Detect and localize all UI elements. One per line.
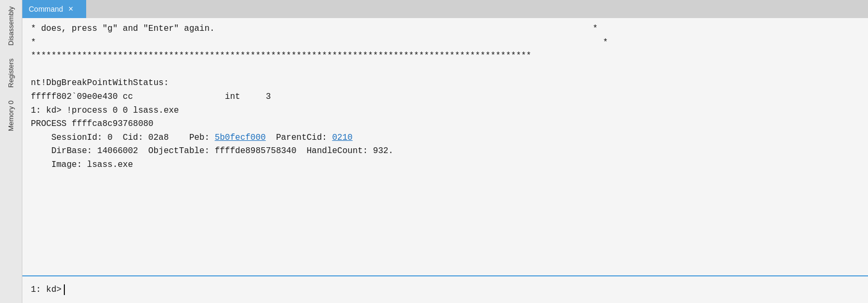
input-bar[interactable]: 1: kd> [22, 275, 868, 303]
parentcid-link[interactable]: 0210 [332, 133, 353, 142]
input-cursor [64, 284, 65, 295]
line-7: 1: kd> !process 0 0 lsass.exe [31, 104, 859, 118]
tab-title: Command [29, 5, 63, 13]
sidebar: Disassembly Registers Memory 0 [0, 0, 22, 303]
line-3: ****************************************… [31, 49, 859, 63]
line-10: DirBase: 14066002 ObjectTable: ffffde898… [31, 145, 859, 158]
main-area: Command × * does, press "g" and "Enter" … [22, 0, 868, 303]
line-2: * * [31, 36, 859, 50]
line-9: SessionId: 0 Cid: 02a8 Peb: 5b0fecf000 P… [31, 131, 859, 145]
line-1: * does, press "g" and "Enter" again. * [31, 22, 859, 36]
line-8: PROCESS ffffca8c93768080 [31, 117, 859, 131]
line-5: nt!DbgBreakPointWithStatus: [31, 77, 859, 90]
command-tab[interactable]: Command × [22, 0, 86, 18]
terminal-output[interactable]: * does, press "g" and "Enter" again. * * [22, 18, 868, 275]
input-prompt: 1: kd> [31, 285, 62, 294]
line-4 [31, 63, 859, 77]
sidebar-item-disassembly[interactable]: Disassembly [4, 0, 18, 52]
line-11: Image: lsass.exe [31, 158, 859, 172]
sidebar-item-registers[interactable]: Registers [4, 52, 18, 94]
content-area: * does, press "g" and "Enter" again. * * [22, 18, 868, 303]
tab-close-button[interactable]: × [69, 5, 73, 13]
sidebar-item-memory[interactable]: Memory 0 [4, 94, 18, 138]
peb-link[interactable]: 5b0fecf000 [215, 133, 266, 142]
tab-bar: Command × [22, 0, 868, 18]
line-6: fffff802`09e0e430 cc int 3 [31, 90, 859, 104]
